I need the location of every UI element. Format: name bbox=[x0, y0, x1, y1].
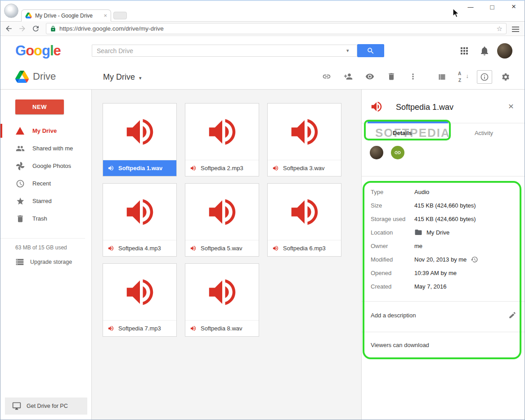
delete-trash-icon[interactable] bbox=[387, 72, 396, 81]
field-value: 10:39 AM by me bbox=[414, 270, 457, 276]
preview-eye-icon[interactable] bbox=[365, 72, 374, 81]
profile-avatar[interactable] bbox=[497, 43, 512, 59]
sidebar-item-my-drive[interactable]: My Drive bbox=[0, 122, 91, 140]
google-logo-letter: o bbox=[26, 43, 34, 59]
settings-gear-icon[interactable] bbox=[501, 72, 510, 81]
search-button[interactable] bbox=[357, 44, 384, 57]
tab-details[interactable]: Details bbox=[362, 123, 443, 143]
details-info-toggle[interactable] bbox=[477, 70, 492, 84]
selection-actions bbox=[322, 72, 417, 81]
refresh-icon[interactable] bbox=[31, 24, 40, 33]
sidebar-item-trash[interactable]: Trash bbox=[0, 210, 91, 227]
forward-icon[interactable] bbox=[18, 24, 27, 33]
field-row-size: Size 415 KB (424,660 bytes) bbox=[371, 199, 520, 212]
file-name: Softpedia 6.mp3 bbox=[283, 245, 326, 252]
browser-tab[interactable]: My Drive - Google Drive × bbox=[21, 9, 111, 21]
audio-speaker-icon bbox=[287, 114, 322, 149]
file-card[interactable]: Softpedia 1.wav bbox=[103, 103, 177, 176]
edit-pencil-icon[interactable] bbox=[508, 311, 516, 319]
field-row-opened: Opened 10:39 AM by me bbox=[371, 266, 520, 280]
field-value: May 7, 2016 bbox=[414, 283, 447, 290]
get-link-icon[interactable] bbox=[322, 72, 331, 81]
sidebar-item-starred[interactable]: Starred bbox=[0, 192, 91, 210]
notifications-bell-icon[interactable] bbox=[479, 45, 490, 56]
window-minimize-button[interactable]: — bbox=[465, 4, 476, 10]
audio-speaker-icon bbox=[272, 245, 279, 252]
back-icon[interactable] bbox=[4, 24, 13, 33]
file-footer: Softpedia 3.wav bbox=[268, 160, 341, 176]
sidebar-item-shared-with-me[interactable]: Shared with me bbox=[0, 140, 91, 157]
search-input[interactable] bbox=[92, 45, 357, 57]
sort-az-icon[interactable]: A Z ↓ bbox=[458, 72, 469, 81]
owner-avatar[interactable] bbox=[370, 146, 383, 159]
file-card[interactable]: Softpedia 8.wav bbox=[185, 263, 259, 337]
google-logo-letter: o bbox=[34, 43, 42, 59]
audio-speaker-icon bbox=[272, 165, 279, 172]
file-footer: Softpedia 4.mp3 bbox=[103, 240, 176, 256]
lock-icon[interactable] bbox=[50, 26, 56, 32]
browser-logo-icon bbox=[4, 4, 18, 18]
file-footer: Softpedia 1.wav bbox=[103, 160, 176, 176]
more-options-icon[interactable] bbox=[408, 72, 417, 81]
file-footer: Softpedia 7.mp3 bbox=[103, 321, 176, 336]
file-card[interactable]: Softpedia 3.wav bbox=[267, 103, 341, 176]
audio-speaker-icon bbox=[108, 325, 114, 332]
sidebar-item-label: Trash bbox=[32, 215, 47, 222]
version-history-icon[interactable] bbox=[471, 256, 478, 263]
file-card[interactable]: Softpedia 2.mp3 bbox=[185, 103, 259, 176]
chevron-down-icon: ▾ bbox=[139, 74, 142, 81]
file-card[interactable]: Softpedia 6.mp3 bbox=[267, 183, 341, 257]
new-tab-button[interactable] bbox=[113, 12, 127, 19]
field-row-storage-used: Storage used 415 KB (424,660 bytes) bbox=[371, 212, 520, 226]
sharing-permission-text[interactable]: Viewers can download bbox=[371, 342, 429, 348]
tab-close-icon[interactable]: × bbox=[103, 12, 107, 19]
upgrade-storage-button[interactable]: Upgrade storage bbox=[15, 257, 85, 266]
location-chip[interactable]: My Drive bbox=[414, 228, 449, 236]
description-placeholder: Add a description bbox=[371, 312, 416, 319]
window-close-button[interactable]: × bbox=[508, 2, 519, 11]
address-bar[interactable]: https://drive.google.com/drive/my-drive … bbox=[46, 23, 507, 34]
sidebar-item-label: Google Photos bbox=[32, 163, 71, 169]
audio-speaker-icon bbox=[108, 245, 114, 252]
description-field[interactable]: Add a description bbox=[371, 311, 516, 319]
sidebar-item-recent[interactable]: Recent bbox=[0, 175, 91, 192]
google-logo: Google bbox=[15, 43, 61, 59]
tab-activity[interactable]: Activity bbox=[443, 123, 525, 143]
field-value: Audio bbox=[414, 189, 429, 195]
file-name: Softpedia 2.mp3 bbox=[201, 165, 243, 172]
field-label: Opened bbox=[371, 270, 414, 276]
google-header: Google ▾ bbox=[0, 36, 525, 64]
google-logo-letter: e bbox=[54, 43, 61, 59]
sidebar-item-google-photos[interactable]: Google Photos bbox=[0, 157, 91, 175]
audio-speaker-icon bbox=[190, 325, 197, 332]
close-icon[interactable]: × bbox=[508, 101, 514, 112]
file-card[interactable]: Softpedia 5.wav bbox=[185, 183, 259, 257]
details-file-title: Softpedia 1.wav bbox=[396, 103, 453, 112]
file-footer: Softpedia 2.mp3 bbox=[185, 160, 259, 176]
browser-menu-icon[interactable] bbox=[512, 26, 520, 32]
file-name: Softpedia 3.wav bbox=[283, 165, 325, 172]
file-card[interactable]: Softpedia 7.mp3 bbox=[103, 263, 177, 337]
breadcrumb[interactable]: My Drive ▾ bbox=[103, 72, 142, 82]
share-add-person-icon[interactable] bbox=[344, 72, 353, 81]
sort-z-glyph: Z bbox=[458, 78, 461, 83]
window-maximize-button[interactable]: □ bbox=[487, 3, 498, 11]
file-name: Softpedia 4.mp3 bbox=[118, 245, 161, 252]
get-drive-for-pc-button[interactable]: Get Drive for PC bbox=[5, 397, 87, 415]
drive-logo-icon[interactable] bbox=[15, 71, 29, 83]
bookmark-star-icon[interactable]: ☆ bbox=[497, 25, 503, 33]
file-card[interactable]: Softpedia 4.mp3 bbox=[103, 183, 177, 257]
file-footer: Softpedia 8.wav bbox=[185, 321, 259, 336]
info-icon bbox=[480, 72, 489, 81]
search-area: ▾ bbox=[92, 44, 384, 57]
apps-grid-icon[interactable] bbox=[459, 45, 470, 56]
share-link-button[interactable] bbox=[391, 146, 404, 159]
audio-speaker-icon bbox=[108, 165, 114, 172]
audio-speaker-icon bbox=[205, 194, 240, 230]
list-view-icon[interactable] bbox=[437, 72, 446, 81]
field-label: Size bbox=[371, 202, 414, 209]
new-button[interactable]: NEW bbox=[15, 99, 64, 114]
recent-clock-icon bbox=[16, 179, 25, 188]
audio-speaker-icon bbox=[205, 114, 240, 149]
search-options-caret-icon[interactable]: ▾ bbox=[346, 48, 349, 54]
